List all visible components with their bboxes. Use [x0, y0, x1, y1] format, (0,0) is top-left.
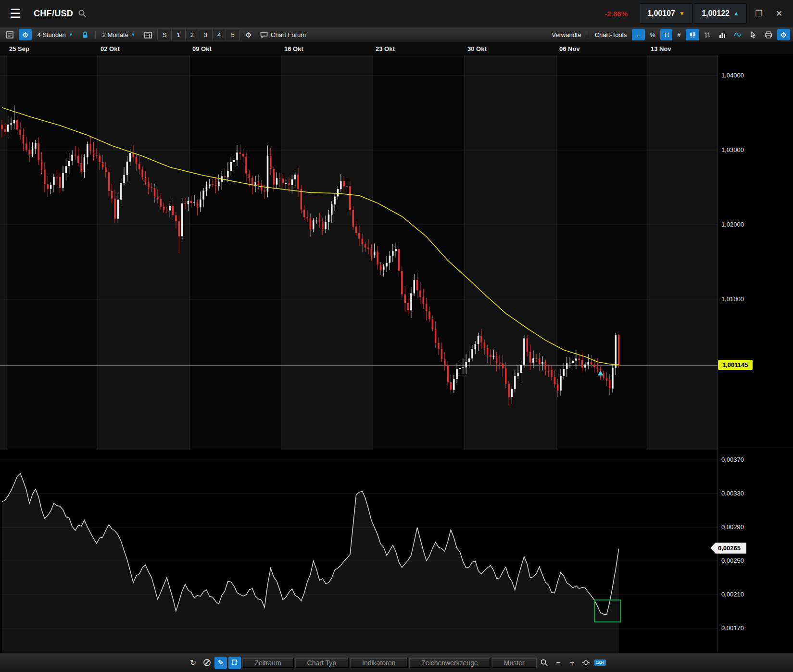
main-chart-panel: 1,04000 1,03000 1,02000 1,01000 1,001145 — [0, 55, 793, 450]
date-label: 16 Okt — [284, 45, 303, 52]
timeframe-value: 4 Stunden — [37, 31, 65, 38]
zeichenwerkzeuge-button[interactable]: Zeichenwerkzeuge — [409, 658, 491, 668]
chart-typ-button[interactable]: Chart Typ — [295, 658, 349, 668]
indicator-canvas[interactable] — [0, 450, 793, 653]
indicator-axis-label: 0,00250 — [721, 557, 744, 564]
refresh-button[interactable]: ↻ — [187, 657, 199, 669]
draw-tool-button[interactable]: ✎ — [214, 657, 227, 669]
ohlc-style-button[interactable] — [701, 29, 714, 40]
notes-icon — [6, 31, 13, 38]
range-select[interactable]: 2 Monate ▼ — [99, 29, 139, 40]
numbers-badge-button[interactable]: 1234 — [594, 657, 606, 669]
change-percent: -2.86% — [604, 10, 628, 18]
plus-icon: + — [570, 659, 574, 667]
muster-button[interactable]: Muster — [492, 658, 537, 668]
ask-price: 1,00122 — [702, 9, 730, 18]
indicator-panel: 0,00370 0,00330 0,00290 0,00250 0,00210 … — [0, 450, 793, 653]
notes-button[interactable] — [3, 29, 17, 40]
zoom-preset-s[interactable]: S — [158, 29, 172, 40]
gear-icon: ⚙ — [22, 31, 28, 38]
date-label: 13 Nov — [651, 45, 671, 52]
gear-icon: ⚙ — [780, 31, 787, 38]
chart-tools-label: Chart-Tools — [591, 31, 630, 38]
calendar-icon — [144, 31, 152, 38]
minus-icon: − — [556, 659, 560, 667]
buy-price-button[interactable]: 1,00122 ▲ — [694, 3, 747, 24]
menu-button[interactable]: ☰ — [6, 4, 25, 23]
close-icon: ✕ — [776, 9, 782, 18]
chevron-down-icon: ▼ — [131, 32, 136, 37]
date-axis: 25 Sep 02 Okt 09 Okt 16 Okt 23 Okt 30 Ok… — [0, 42, 793, 55]
main-chart-canvas[interactable] — [0, 55, 793, 450]
settings-gear-button[interactable]: ⚙ — [242, 29, 255, 40]
ask-up-arrow-icon: ▲ — [733, 10, 739, 17]
restore-window-button[interactable]: ❐ — [751, 5, 767, 22]
title-bar: ☰ CHF/USD -2.86% 1,00107 ▼ 1,00122 ▲ ❐ ✕ — [0, 0, 793, 27]
chart-options-button[interactable]: ⚙ — [777, 29, 790, 40]
bottom-toolbar: ↻ ✎ Zeitraum Chart Typ Indikatoren Zeich… — [0, 653, 793, 672]
format-tool-button[interactable] — [228, 657, 241, 669]
pointer-tool-button[interactable] — [746, 29, 760, 40]
print-button[interactable] — [761, 29, 776, 40]
numbers-badge: 1234 — [594, 659, 606, 666]
sell-price-button[interactable]: 1,00107 ▼ — [640, 3, 692, 24]
text-tool-button[interactable]: Tt — [660, 29, 673, 40]
column-chart-button[interactable] — [716, 29, 729, 40]
zoom-preset-3[interactable]: 3 — [199, 29, 213, 40]
lock-icon — [82, 31, 88, 38]
color-brush-icon — [231, 659, 239, 666]
indikatoren-button[interactable]: Indikatoren — [350, 658, 408, 668]
chart-toolbar: ⚙ 4 Stunden ▼ 2 Monate ▼ S 1 2 3 4 5 ⚙ C… — [0, 27, 793, 42]
divider — [95, 30, 96, 39]
indicator-axis-label: 0,00210 — [721, 591, 744, 598]
zoom-out-button[interactable]: − — [552, 657, 565, 669]
refresh-icon: ↻ — [190, 658, 196, 667]
divider — [588, 30, 588, 39]
calendar-button[interactable] — [141, 29, 155, 40]
candlestick-icon — [689, 31, 696, 38]
price-axis-label: 1,01000 — [721, 295, 744, 303]
titlebar-right: -2.86% 1,00107 ▼ 1,00122 ▲ ❐ ✕ — [604, 3, 787, 24]
lock-scale-button[interactable] — [78, 29, 92, 40]
indicator-axis-label: 0,00170 — [721, 624, 744, 632]
chart-forum-button[interactable]: Chart Forum — [257, 29, 309, 40]
printer-icon — [765, 31, 772, 38]
bid-down-arrow-icon: ▼ — [679, 10, 685, 17]
date-label: 25 Sep — [9, 45, 29, 52]
zoom-preset-2[interactable]: 2 — [186, 29, 199, 40]
zeitraum-button[interactable]: Zeitraum — [242, 658, 293, 668]
magnifier-icon — [540, 659, 548, 667]
indicator-axis-label: 0,00290 — [721, 523, 744, 531]
crosshair-button[interactable] — [580, 657, 592, 669]
current-price-tag: 1,001145 — [718, 360, 753, 370]
close-window-button[interactable]: ✕ — [771, 5, 787, 22]
zoom-in-button[interactable]: + — [566, 657, 579, 669]
verwandte-button[interactable]: Verwandte — [548, 29, 584, 40]
zoom-preset-1[interactable]: 1 — [172, 29, 185, 40]
zoom-preset-group: S 1 2 3 4 5 — [157, 29, 240, 40]
grid-tool-button[interactable]: # — [674, 29, 684, 40]
indicator-axis-label: 0,00370 — [721, 456, 744, 463]
indicator-wave-button[interactable] — [730, 29, 745, 40]
percent-scale-button[interactable]: % — [646, 29, 659, 40]
disable-drawings-button[interactable] — [201, 657, 213, 669]
zoom-preset-4[interactable]: 4 — [213, 29, 226, 40]
chart-settings-button[interactable]: ⚙ — [19, 29, 32, 40]
hamburger-icon: ☰ — [10, 6, 21, 21]
date-label: 23 Okt — [376, 45, 395, 52]
price-axis-label: 1,03000 — [721, 146, 744, 153]
zoom-preset-5[interactable]: 5 — [226, 29, 239, 40]
restore-icon: ❐ — [755, 9, 762, 18]
candlestick-style-button[interactable] — [686, 29, 699, 40]
ohlc-bars-icon — [704, 31, 711, 38]
gear-icon: ⚙ — [245, 31, 252, 38]
zoom-button[interactable] — [538, 657, 551, 669]
indicator-axis-label: 0,00330 — [721, 490, 744, 497]
back-arrow-icon: ← — [635, 31, 642, 38]
no-entry-icon — [203, 659, 211, 667]
timeframe-select[interactable]: 4 Stunden ▼ — [34, 29, 76, 40]
symbol-title: CHF/USD — [34, 9, 73, 19]
search-icon[interactable] — [78, 9, 87, 18]
collapse-tools-button[interactable]: ← — [632, 29, 645, 40]
date-label: 09 Okt — [192, 45, 212, 52]
